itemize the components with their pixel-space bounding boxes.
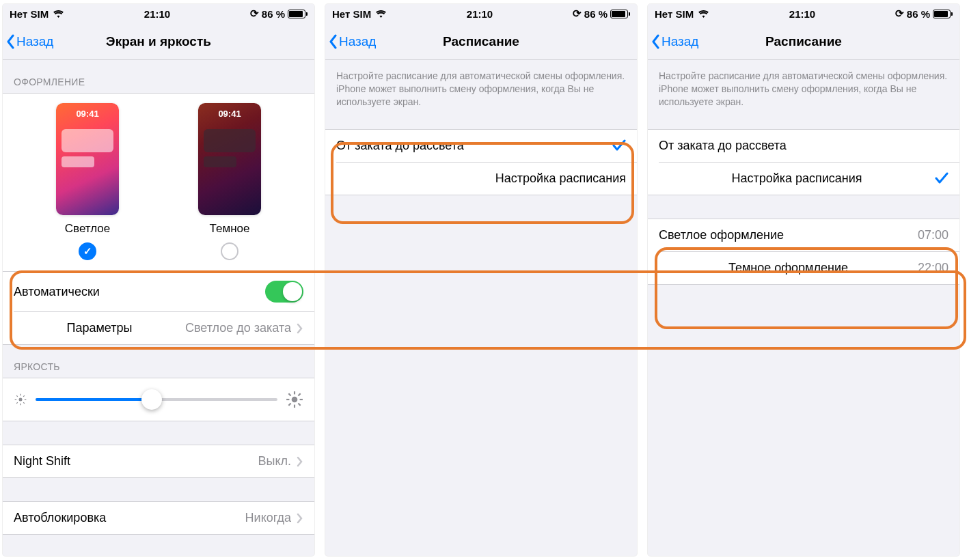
chevron-right-icon [297, 513, 303, 524]
clock-text: 21:10 [144, 8, 170, 20]
back-label: Назад [339, 34, 376, 49]
appearance-header: ОФОРМЛЕНИЕ [3, 60, 314, 93]
svg-line-5 [16, 395, 18, 397]
theme-light-thumb: 09:41 [56, 103, 119, 215]
chevron-left-icon [5, 34, 16, 49]
dark-time-row[interactable]: Темное оформление 22:00 [659, 251, 959, 284]
dark-time-value: 22:00 [918, 261, 948, 275]
light-time-value: 07:00 [918, 228, 948, 242]
sunset-label: От заката до рассвета [336, 139, 464, 153]
battery-text: 86 % [584, 8, 608, 20]
custom-option[interactable]: Настройка расписания [336, 162, 637, 195]
wifi-icon [698, 10, 709, 18]
brightness-header: ЯРКОСТЬ [3, 345, 314, 378]
sunset-label: От заката до рассвета [659, 139, 787, 153]
nightshift-row[interactable]: Night Shift Выкл. [3, 445, 314, 477]
nav-bar: Назад Расписание [325, 23, 637, 60]
autolock-row[interactable]: Автоблокировка Никогда [3, 502, 314, 534]
sync-icon: ⟳ [250, 8, 259, 20]
svg-line-15 [298, 403, 300, 405]
status-bar: Нет SIM 21:10 ⟳ 86 % [325, 4, 637, 23]
chevron-left-icon [651, 34, 661, 49]
back-label: Назад [661, 34, 698, 49]
wifi-icon [375, 10, 387, 18]
back-label: Назад [16, 34, 53, 49]
clock-text: 21:10 [467, 8, 493, 20]
theme-light[interactable]: 09:41 Светлое [56, 103, 119, 260]
custom-label: Настройка расписания [731, 171, 862, 186]
light-time-row[interactable]: Светлое оформление 07:00 [648, 219, 959, 251]
theme-dark-thumb: 09:41 [198, 103, 261, 215]
brightness-slider[interactable] [36, 398, 277, 401]
svg-line-14 [288, 393, 290, 395]
auto-toggle[interactable] [265, 281, 303, 303]
nav-bar: Назад Расписание [648, 23, 959, 60]
nav-bar: Назад Экран и яркость [3, 23, 314, 60]
back-button[interactable]: Назад [648, 34, 698, 49]
clock-text: 21:10 [789, 8, 815, 20]
sun-high-icon [286, 391, 303, 408]
svg-line-16 [288, 403, 290, 405]
nightshift-value: Выкл. [258, 454, 291, 468]
carrier-text: Нет SIM [332, 8, 371, 20]
custom-label: Настройка расписания [495, 171, 626, 186]
status-bar: Нет SIM 21:10 ⟳ 86 % [3, 4, 314, 23]
carrier-text: Нет SIM [10, 8, 49, 20]
wifi-icon [53, 10, 64, 18]
svg-line-8 [23, 395, 25, 397]
chevron-right-icon [297, 456, 303, 467]
options-label: Параметры [66, 321, 132, 335]
sun-low-icon [14, 393, 27, 406]
sync-icon: ⟳ [895, 8, 904, 20]
sunset-option[interactable]: От заката до рассвета [648, 130, 959, 162]
back-button[interactable]: Назад [3, 34, 53, 49]
battery-text: 86 % [262, 8, 285, 20]
autolock-value: Никогда [245, 511, 291, 525]
back-button[interactable]: Назад [325, 34, 376, 49]
options-value: Светлое до заката [185, 321, 291, 335]
svg-line-17 [298, 393, 300, 395]
light-time-label: Светлое оформление [659, 228, 784, 242]
dark-time-label: Темное оформление [728, 261, 848, 275]
theme-dark[interactable]: 09:41 Темное [198, 103, 261, 260]
battery-icon [610, 10, 630, 18]
theme-dark-label: Темное [210, 222, 250, 236]
schedule-desc: Настройте расписание для автоматической … [325, 60, 637, 114]
nightshift-label: Night Shift [14, 454, 70, 468]
svg-line-6 [23, 402, 25, 404]
carrier-text: Нет SIM [655, 8, 694, 20]
theme-light-label: Светлое [65, 222, 110, 236]
sync-icon: ⟳ [573, 8, 582, 20]
options-row[interactable]: Параметры Светлое до заката [14, 311, 314, 344]
check-icon [935, 172, 948, 184]
chevron-right-icon [297, 323, 303, 334]
battery-icon [933, 10, 953, 18]
theme-light-radio[interactable] [79, 242, 96, 260]
battery-text: 86 % [907, 8, 930, 20]
auto-row: Автоматически [3, 272, 314, 311]
phone-3: Нет SIM 21:10 ⟳ 86 % Назад Расписание На… [648, 4, 959, 556]
phone-1: Нет SIM 21:10 ⟳ 86 % Назад Экран и яркос… [3, 4, 314, 556]
svg-point-9 [292, 397, 298, 403]
status-bar: Нет SIM 21:10 ⟳ 86 % [648, 4, 959, 23]
chevron-left-icon [328, 34, 339, 49]
theme-dark-radio[interactable] [221, 242, 238, 260]
brightness-row [3, 378, 314, 421]
phone-2: Нет SIM 21:10 ⟳ 86 % Назад Расписание На… [325, 4, 637, 556]
svg-point-0 [19, 398, 23, 402]
auto-label: Автоматически [14, 285, 100, 299]
check-icon [612, 139, 626, 152]
custom-option[interactable]: Настройка расписания [659, 162, 959, 195]
schedule-desc: Настройте расписание для автоматической … [648, 60, 959, 114]
appearance-group: 09:41 Светлое 09:41 Темное [3, 93, 314, 272]
sunset-option[interactable]: От заката до рассвета [325, 130, 637, 162]
svg-line-7 [16, 402, 18, 404]
battery-icon [288, 10, 308, 18]
autolock-label: Автоблокировка [14, 511, 106, 525]
